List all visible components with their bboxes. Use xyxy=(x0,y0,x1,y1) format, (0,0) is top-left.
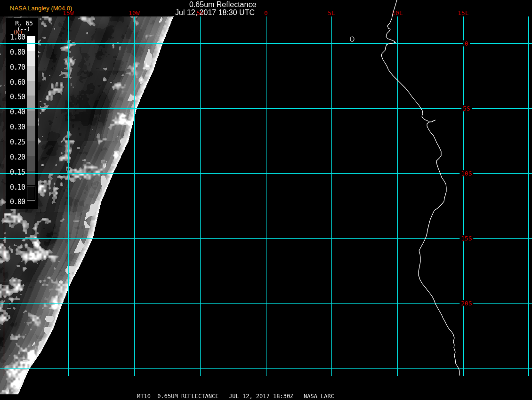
colorbar-tick-0.25: 0.25 xyxy=(5,138,25,146)
colorbar-tick-0.15: 0.15 xyxy=(5,168,25,176)
lon-label-10W: 10W xyxy=(129,10,139,16)
lat-label-20S: 20S xyxy=(459,300,473,306)
coastline-overlay xyxy=(0,0,532,400)
lat-label-5S: 5S xyxy=(461,105,472,112)
coastline-path xyxy=(381,0,459,376)
lat-label-15S: 15S xyxy=(459,235,473,241)
lon-label-0: 0 xyxy=(264,10,268,16)
lat-label-0: 0 xyxy=(463,40,470,47)
colorbar-units: (--) xyxy=(17,25,30,32)
colorbar-tick-0.30: 0.30 xyxy=(5,123,25,131)
lon-label-10E: 10E xyxy=(392,10,403,16)
lat-label-10S: 10S xyxy=(459,170,473,176)
colorbar-tick-0.70: 0.70 xyxy=(5,63,25,72)
footer-caption: MT10 0.65UM REFLECTANCE JUL 12, 2017 18:… xyxy=(137,393,334,400)
colorbar-tick-0.10: 0.10 xyxy=(5,183,25,192)
lon-label-5E: 5E xyxy=(328,10,335,16)
colorbar-tick-1.00: 1.00 xyxy=(5,33,25,41)
page-title: 0.65um Reflectance xyxy=(189,0,256,9)
island-outline xyxy=(350,37,354,41)
colorbar-tick-0.40: 0.40 xyxy=(5,108,25,116)
satellite-viewer-frame: NASA Langley (M04.0) 0.65um Reflectance … xyxy=(0,0,532,400)
page-subtitle: Jul 12, 2017 18:30 UTC xyxy=(175,8,255,17)
colorbar-tick-0.60: 0.60 xyxy=(5,78,25,87)
colorbar-tick-0.00: 0.00 xyxy=(5,198,25,206)
lon-label-15W: 15W xyxy=(63,10,73,16)
colorbar-tick-0.20: 0.20 xyxy=(5,153,25,161)
colorbar-tick-0.50: 0.50 xyxy=(5,93,25,101)
lon-label-15E: 15E xyxy=(458,10,468,16)
colorbar-tick-0.80: 0.80 xyxy=(5,48,25,56)
